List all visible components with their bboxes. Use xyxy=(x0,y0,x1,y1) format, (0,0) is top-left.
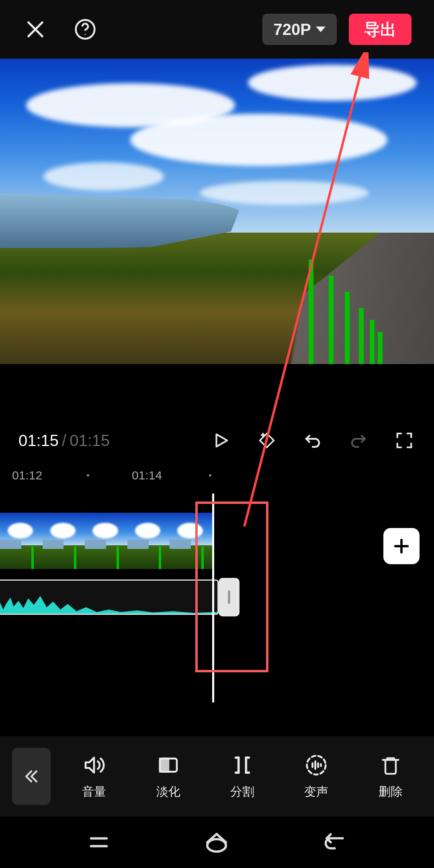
clip-drag-handle[interactable] xyxy=(219,578,240,616)
export-button[interactable]: 导出 xyxy=(349,14,411,45)
tool-label: 变声 xyxy=(304,784,328,800)
tool-label: 音量 xyxy=(82,784,106,800)
ruler-tick: 01:14 xyxy=(132,469,162,482)
timeline[interactable]: 01:12 01:14 xyxy=(0,463,434,736)
audio-track[interactable] xyxy=(0,579,219,615)
tool-volume[interactable]: 音量 xyxy=(82,753,106,800)
fade-icon xyxy=(156,753,180,777)
system-nav-bar xyxy=(0,817,434,868)
video-track[interactable] xyxy=(0,513,212,569)
current-time: 01:15 xyxy=(18,432,59,450)
svg-marker-4 xyxy=(217,434,227,447)
video-preview[interactable] xyxy=(0,59,434,364)
tool-delete[interactable]: 删除 xyxy=(379,753,403,800)
undo-button[interactable] xyxy=(301,429,324,452)
editor-top-bar: 720P 导出 xyxy=(0,0,434,59)
add-clip-button[interactable] xyxy=(383,528,420,564)
voice-change-icon xyxy=(304,753,328,777)
nav-back-button[interactable] xyxy=(323,830,347,854)
playhead[interactable] xyxy=(212,493,214,702)
ruler-dot xyxy=(209,474,211,477)
play-button[interactable] xyxy=(210,429,232,452)
help-button[interactable] xyxy=(72,16,98,42)
fullscreen-button[interactable] xyxy=(393,429,416,452)
tool-label: 分割 xyxy=(230,784,254,800)
audio-waveform xyxy=(0,594,217,614)
delete-icon xyxy=(379,753,403,777)
ruler-tick: 01:12 xyxy=(12,469,42,482)
nav-home-button[interactable] xyxy=(204,830,229,855)
timeline-ruler: 01:12 01:14 xyxy=(0,463,434,487)
split-icon xyxy=(230,753,254,777)
playback-controls: 01:15 / 01:15 xyxy=(0,418,434,463)
bottom-toolbar: 音量 淡化 分割 xyxy=(0,736,434,817)
ruler-dot xyxy=(87,474,89,477)
resolution-label: 720P xyxy=(274,20,311,39)
export-label: 导出 xyxy=(364,18,396,41)
nav-recent-button[interactable] xyxy=(87,831,111,854)
svg-point-3 xyxy=(85,34,86,35)
collapse-toolbar-button[interactable] xyxy=(12,748,51,805)
volume-icon xyxy=(82,753,106,777)
chevron-down-icon xyxy=(316,27,326,32)
close-button[interactable] xyxy=(23,16,48,42)
svg-rect-14 xyxy=(160,758,168,772)
resolution-dropdown[interactable]: 720P xyxy=(262,14,337,45)
time-separator: / xyxy=(62,432,66,450)
tool-label: 淡化 xyxy=(156,784,180,800)
tool-split[interactable]: 分割 xyxy=(230,753,254,800)
tool-label: 删除 xyxy=(379,784,403,800)
total-time: 01:15 xyxy=(70,432,110,450)
tool-voice-change[interactable]: 变声 xyxy=(304,753,328,800)
tool-fade[interactable]: 淡化 xyxy=(156,753,180,800)
svg-marker-12 xyxy=(86,757,94,772)
redo-button[interactable] xyxy=(347,429,370,452)
keyframe-button[interactable] xyxy=(256,429,278,452)
